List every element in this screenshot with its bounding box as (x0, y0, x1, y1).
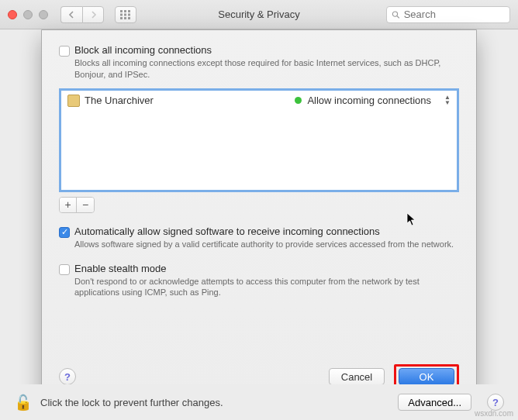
auto-allow-label: Automatically allow signed software to r… (74, 225, 459, 237)
stealth-desc: Don't respond to or acknowledge attempts… (74, 276, 459, 299)
app-name: The Unarchiver (85, 95, 154, 106)
close-icon[interactable] (8, 10, 17, 19)
app-list-row[interactable]: The Unarchiver Allow incoming connection… (61, 93, 457, 108)
svg-rect-0 (120, 10, 123, 12)
search-field[interactable] (386, 6, 510, 23)
auto-allow-row[interactable]: Automatically allow signed software to r… (59, 225, 459, 250)
help-button[interactable]: ? (59, 368, 76, 385)
svg-rect-8 (128, 17, 130, 19)
block-all-row[interactable]: Block all incoming connections Blocks al… (59, 44, 459, 81)
auto-allow-checkbox[interactable] (59, 227, 70, 238)
main-area: 🤓APPUALS Block all incoming connections … (0, 29, 518, 420)
svg-rect-7 (124, 17, 126, 19)
svg-rect-6 (120, 17, 123, 19)
preferences-window: Security & Privacy 🤓APPUALS Block all in… (0, 0, 518, 420)
preferences-footer: 🔓 Click the lock to prevent further chan… (0, 384, 518, 420)
svg-rect-4 (124, 13, 126, 15)
add-remove-buttons: + − (59, 197, 95, 213)
traffic-lights (8, 10, 48, 19)
maximize-icon (39, 10, 48, 19)
app-status-label: Allow incoming connections (307, 95, 431, 106)
auto-allow-desc: Allows software signed by a valid certif… (74, 239, 459, 250)
back-button[interactable] (60, 6, 82, 23)
forward-button[interactable] (82, 6, 104, 23)
search-input[interactable] (404, 9, 505, 20)
watermark-url: wsxdn.com (475, 409, 513, 418)
block-all-desc: Blocks all incoming connections except t… (74, 57, 459, 81)
stealth-checkbox[interactable] (59, 264, 70, 275)
stepper-icon[interactable]: ▲▼ (444, 95, 451, 105)
advanced-button[interactable]: Advanced... (398, 394, 471, 411)
show-all-button[interactable] (115, 6, 136, 23)
nav-buttons (60, 6, 104, 23)
block-all-label: Block all incoming connections (74, 44, 459, 56)
svg-rect-3 (120, 13, 123, 15)
firewall-options-sheet: Block all incoming connections Blocks al… (41, 29, 477, 401)
stealth-label: Enable stealth mode (74, 263, 459, 274)
app-icon (67, 95, 80, 107)
minimize-icon (23, 10, 33, 19)
svg-rect-2 (128, 10, 130, 12)
svg-point-9 (392, 11, 397, 15)
block-all-checkbox[interactable] (59, 46, 70, 57)
remove-button[interactable]: − (77, 198, 94, 212)
stealth-row[interactable]: Enable stealth mode Don't respond to or … (59, 263, 459, 299)
svg-line-10 (397, 15, 399, 18)
lock-text: Click the lock to prevent further change… (40, 397, 223, 408)
svg-rect-5 (128, 13, 130, 15)
add-button[interactable]: + (60, 198, 77, 212)
status-dot-icon (295, 97, 302, 104)
search-icon (392, 10, 400, 19)
ok-button[interactable]: OK (399, 368, 454, 385)
lock-icon[interactable]: 🔓 (14, 394, 33, 411)
app-list[interactable]: The Unarchiver Allow incoming connection… (59, 88, 459, 192)
footer-help-button[interactable]: ? (487, 394, 504, 411)
cancel-button[interactable]: Cancel (329, 368, 385, 385)
app-status[interactable]: Allow incoming connections ▲▼ (295, 95, 451, 106)
titlebar: Security & Privacy (0, 0, 518, 29)
svg-rect-1 (124, 10, 126, 12)
